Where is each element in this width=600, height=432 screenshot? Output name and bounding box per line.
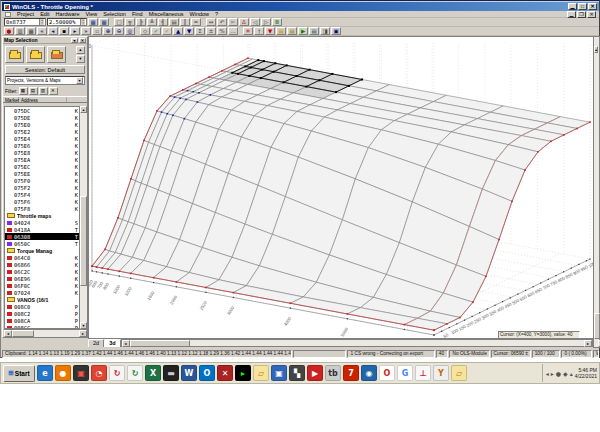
undo-button[interactable]: ↶ [217,18,227,26]
map-list-row[interactable]: 075F4K [5,191,81,198]
axis-top-button[interactable]: ╦ [125,18,135,26]
close-button[interactable]: ✕ [588,3,597,10]
map-list-row[interactable]: 075E4K [5,135,81,142]
antenna-app-icon[interactable]: ⊥ [415,365,431,381]
start-button[interactable]: ⊞ Start [3,365,35,382]
axis-right-button[interactable]: ╣ [158,18,168,26]
tab-3d[interactable]: 3d [104,339,120,347]
panel-header[interactable]: Map Selection ▾ ✕ [3,37,87,44]
tray-usb-icon[interactable]: ● [556,370,561,377]
panel-vertical-scrollbar[interactable]: ▴ ▾ [79,106,87,329]
last-button[interactable]: » [81,27,91,35]
firefox-icon[interactable]: ◉ [361,365,377,381]
import-button[interactable] [47,46,66,63]
google-icon[interactable]: G [397,365,413,381]
maximize-button[interactable]: □ [578,3,587,10]
chart-scroll-thumb[interactable] [594,313,600,339]
map-list-row[interactable]: 008CAP [5,317,81,324]
tb-app-icon[interactable]: tb [325,365,341,381]
special-button[interactable]: ✳ [243,27,253,35]
map-folder-row[interactable]: VANOS (16/1 [5,296,81,303]
drop-marker-button[interactable]: ▼ [265,27,275,35]
opera-icon[interactable]: O [379,365,395,381]
photo-app-icon[interactable]: ▣ [73,365,89,381]
map-list-row[interactable]: 075E0K [5,121,81,128]
mdi-restore-button[interactable]: ❐ [577,11,586,18]
media-red-icon[interactable]: ▶ [307,365,323,381]
map-list-row[interactable]: 075E8K [5,149,81,156]
flash-red-icon[interactable]: 7 [343,365,359,381]
terminal-icon[interactable]: ▸ [235,365,251,381]
chart-scroll-right-icon[interactable]: ▸ [584,340,592,347]
open-project-button[interactable] [5,46,24,63]
taskbar-clock[interactable]: 5:46 PM 4/22/2021 [575,367,597,379]
sync-green-icon[interactable]: ↻ [127,365,143,381]
percent-button[interactable]: % [217,27,227,35]
excel-icon[interactable]: X [145,365,161,381]
table-version-button[interactable]: ▦ [26,27,36,35]
panel-up-button[interactable]: ▴ [76,46,85,54]
panel-horizontal-scrollbar[interactable]: ◂ ▸ [4,329,87,337]
open-version-button[interactable] [26,46,45,63]
panel-down-button[interactable]: ▾ [76,55,85,63]
tray-updates-icon[interactable]: ▴ [570,370,573,377]
accept-all-button[interactable]: ✓ [162,27,172,35]
menu-item-selection[interactable]: Selection [103,11,126,17]
tray-network-icon[interactable]: ▸ [551,370,554,377]
menu-item-hardware[interactable]: Hardware [56,11,80,17]
folder-2-icon[interactable]: ▱ [451,365,467,381]
zoom-in-button[interactable]: ⊕ [103,27,113,35]
folder-olive-button[interactable]: ▤ [287,27,297,35]
browser-orange-icon[interactable]: ● [55,365,71,381]
color-list-button[interactable]: ≣ [272,18,282,26]
hex-view-button[interactable]: ▦ [88,18,98,26]
mdi-close-button[interactable]: ✕ [587,11,596,18]
chevron-down-icon[interactable]: ▾ [76,77,83,84]
menu-item-edit[interactable]: Edit [40,11,49,17]
2d-view-button[interactable]: ▢ [114,18,124,26]
list-view-button[interactable]: ▤ [309,27,319,35]
prev-map-button[interactable]: ◁ [250,18,260,26]
session-button[interactable]: Session: Default [5,65,85,74]
map-list-row[interactable]: 06F0CK [5,282,81,289]
cut-button[interactable]: ✂ [228,18,238,26]
map-list-row[interactable]: 075EEK [5,170,81,177]
columns-button[interactable]: ║ [180,18,190,26]
internet-explorer-icon[interactable]: e [37,365,53,381]
map-list-row[interactable]: 075EAK [5,156,81,163]
first-button[interactable]: « [37,27,47,35]
run-button[interactable]: ▶ [298,27,308,35]
split-view-button[interactable]: ◨ [320,27,330,35]
map-list-row[interactable]: 0418AT [5,226,81,233]
map-list-row[interactable]: 008C0P [5,303,81,310]
folder-icon[interactable]: ▱ [253,365,269,381]
menu-item-project[interactable]: Project [17,11,34,17]
tray-volume-icon[interactable]: ◂ [546,370,549,377]
media-dark-icon[interactable]: ▬ [163,365,179,381]
grid-button[interactable]: ▤ [169,18,179,26]
filter-clear-button[interactable]: ✕ [49,87,58,95]
map-folder-row[interactable]: Throttle maps [5,212,81,219]
chrome-icon[interactable]: ◔ [91,365,107,381]
mdi-minimize-button[interactable]: ▁ [567,11,576,18]
map-list-row[interactable]: 008C2P [5,310,81,317]
next-button[interactable]: ▸ [70,27,80,35]
table-original-button[interactable]: ▥ [15,27,25,35]
map-list-row[interactable]: 0650CT [5,240,81,247]
rows-button[interactable]: ═ [191,18,201,26]
filter-maps-button[interactable]: ▤ [29,87,38,95]
map-list-row[interactable]: 075F2K [5,184,81,191]
menu-item-[interactable]: ? [215,11,218,17]
map-list-row[interactable]: 064C0K [5,254,81,261]
wrench-app-icon[interactable]: Y [433,365,449,381]
map-list-row[interactable]: 075F6K [5,198,81,205]
panel-close-icon[interactable]: ✕ [79,38,86,43]
map-folder-row[interactable]: Torque Manag [5,247,81,254]
text-view-button[interactable]: ▦ [99,18,109,26]
map-list-row[interactable]: 06E96K [5,275,81,282]
decrease-button[interactable]: ▼ [184,27,194,35]
map-list-row[interactable]: 07024K [5,289,81,296]
explorer-icon[interactable]: ▣ [271,365,287,381]
offset-spinner[interactable]: ▴▾ [39,19,44,25]
previous-button[interactable]: ◂ [48,27,58,35]
